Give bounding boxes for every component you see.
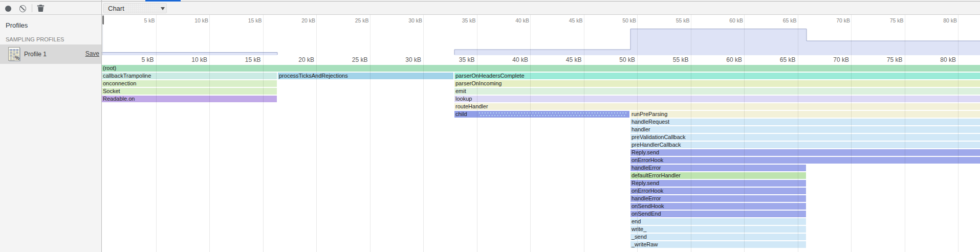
svg-text:%: % — [15, 55, 19, 61]
